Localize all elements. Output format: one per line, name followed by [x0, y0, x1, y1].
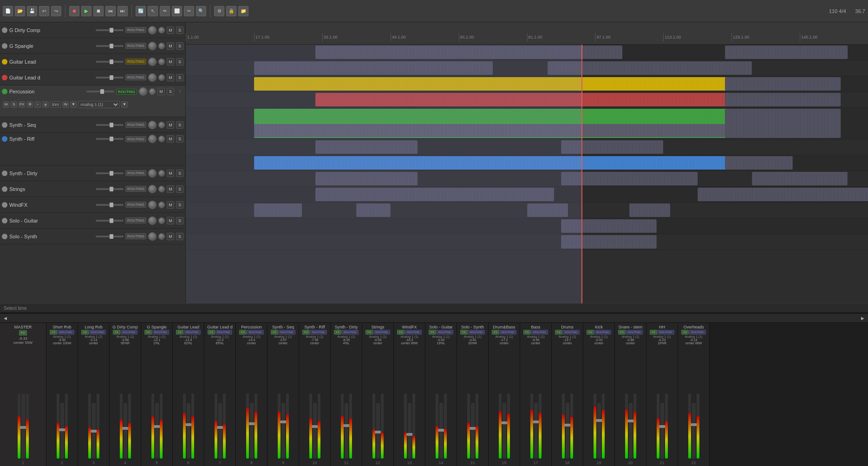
ch-fader[interactable]	[281, 403, 285, 459]
new-file-icon[interactable]: 📄	[3, 6, 13, 16]
track-volume-fader[interactable]	[96, 236, 124, 237]
mute-button[interactable]: M	[167, 58, 174, 66]
mute-button[interactable]: M	[167, 217, 174, 224]
track-phase-button[interactable]: φ	[42, 101, 49, 108]
track-lane[interactable]	[186, 203, 868, 218]
ch-fader[interactable]	[218, 403, 222, 459]
cursor-icon[interactable]: ↖	[148, 6, 158, 16]
track-volume-fader[interactable]	[96, 204, 124, 206]
ch-fader[interactable]	[503, 403, 506, 459]
solo-button[interactable]: S	[176, 201, 183, 209]
stop-icon[interactable]: ⏹	[93, 6, 104, 16]
track-volume-fader[interactable]	[96, 220, 124, 222]
track-dropdown-button[interactable]: ▼	[121, 101, 128, 108]
solo-button[interactable]: S	[176, 135, 183, 143]
track-vol-knob[interactable]	[158, 233, 165, 240]
ch-fx-badge[interactable]: FX	[681, 330, 689, 335]
ch-routing-badge[interactable]: ROUTING	[247, 330, 264, 335]
solo-button[interactable]: S	[176, 233, 183, 240]
audio-clip[interactable]	[254, 77, 738, 91]
audio-clip[interactable]	[629, 203, 670, 217]
ch-fx-badge[interactable]: FX	[271, 330, 278, 335]
track-volume-fader[interactable]	[96, 77, 124, 79]
audio-clip[interactable]	[315, 188, 554, 201]
track-vol-knob[interactable]	[158, 27, 165, 33]
ch-routing-badge[interactable]: ROUTING	[658, 330, 674, 335]
track-pan-knob[interactable]	[148, 169, 157, 177]
track-pan-knob[interactable]	[148, 135, 157, 143]
ch-fader[interactable]	[313, 403, 317, 459]
tracks-viewport[interactable]	[186, 45, 868, 303]
audio-clip[interactable]	[315, 172, 418, 185]
audio-clip[interactable]	[759, 188, 868, 201]
track-pan-knob[interactable]	[148, 73, 157, 82]
ch-fx-badge[interactable]: FX	[334, 330, 341, 335]
ch-routing-badge[interactable]: ROUTING	[121, 330, 137, 335]
track-lane[interactable]	[186, 234, 868, 250]
track-volume-fader[interactable]	[96, 138, 124, 140]
audio-clip[interactable]	[561, 219, 657, 233]
audio-clip[interactable]	[315, 46, 622, 59]
ch-routing-badge[interactable]: ROUTING	[279, 330, 295, 335]
track-volume-fader[interactable]	[96, 29, 124, 31]
ch-fx-badge[interactable]: FX	[365, 330, 373, 335]
track-lane[interactable]	[186, 187, 868, 203]
ch-routing-badge[interactable]: ROUTING	[626, 330, 643, 335]
audio-clip[interactable]	[254, 124, 738, 137]
track-pan-knob[interactable]	[148, 185, 157, 193]
track-pan-knob[interactable]	[148, 232, 157, 241]
mute-button[interactable]: M	[167, 42, 174, 50]
ch-fx-badge[interactable]: FX	[50, 330, 57, 335]
solo-button[interactable]: S	[176, 58, 183, 66]
track-input-select[interactable]: Analog 1 (1)	[78, 101, 120, 108]
track-volume-fader[interactable]	[96, 61, 124, 63]
ch-routing-badge[interactable]: ROUTING	[58, 330, 74, 335]
track-env-button[interactable]: ~	[34, 101, 41, 108]
track-volume-fader[interactable]	[86, 91, 114, 92]
ch-fx-badge[interactable]: FX	[176, 330, 183, 335]
ch-routing-badge[interactable]: ROUTING	[215, 330, 232, 335]
ch-fx-badge[interactable]: FX	[397, 330, 405, 335]
track-vol-knob[interactable]	[158, 170, 165, 177]
ch-routing-badge[interactable]: ROUTING	[310, 330, 327, 335]
track-pan-knob[interactable]	[139, 87, 147, 96]
ch-routing-badge[interactable]: ROUTING	[405, 330, 422, 335]
track-vol-knob[interactable]	[149, 88, 156, 95]
ch-routing-badge[interactable]: ROUTING	[89, 330, 106, 335]
loop-icon[interactable]: 🔄	[136, 6, 146, 16]
ch-routing-badge[interactable]: ROUTING	[152, 330, 169, 335]
ch-routing-badge[interactable]: ROUTING	[594, 330, 611, 335]
track-s-button[interactable]: S	[11, 101, 17, 108]
track-lane[interactable]	[186, 171, 868, 187]
track-expand-button[interactable]: ▼	[70, 101, 77, 108]
settings-icon[interactable]: ⚙	[214, 6, 224, 16]
rewind-icon[interactable]: ⏮	[105, 6, 116, 16]
solo-button[interactable]: S	[176, 42, 183, 50]
save-icon[interactable]: 💾	[27, 6, 37, 16]
ch-fader[interactable]	[250, 403, 254, 459]
audio-clip[interactable]	[561, 140, 663, 154]
zoom-icon[interactable]: 🔍	[196, 6, 206, 16]
ch-fader[interactable]	[187, 403, 190, 459]
ch-fader[interactable]	[629, 403, 633, 459]
audio-clip[interactable]	[548, 61, 752, 75]
ch-fx-badge[interactable]: FX	[429, 330, 436, 335]
audio-clip[interactable]	[356, 203, 390, 217]
solo-button[interactable]: S	[176, 217, 183, 224]
ch-routing-badge[interactable]: ROUTING	[468, 330, 485, 335]
audio-clip[interactable]	[725, 77, 841, 91]
track-vol-knob[interactable]	[158, 43, 165, 49]
fastforward-icon[interactable]: ⏭	[117, 6, 128, 16]
audio-clip[interactable]	[254, 203, 302, 217]
mute-button[interactable]: M	[167, 135, 174, 143]
audio-clip[interactable]	[254, 61, 493, 75]
mute-button[interactable]: M	[167, 74, 174, 81]
ch-routing-badge[interactable]: ROUTING	[437, 330, 453, 335]
ch-fx-badge[interactable]: FX	[144, 330, 152, 335]
ch-fader[interactable]	[597, 403, 601, 459]
mute-button[interactable]: M	[167, 185, 174, 193]
open-icon[interactable]: 📂	[15, 6, 25, 16]
track-in-button[interactable]: IN	[62, 101, 69, 108]
mute-button[interactable]: M	[167, 121, 174, 129]
audio-clip[interactable]	[752, 172, 848, 185]
